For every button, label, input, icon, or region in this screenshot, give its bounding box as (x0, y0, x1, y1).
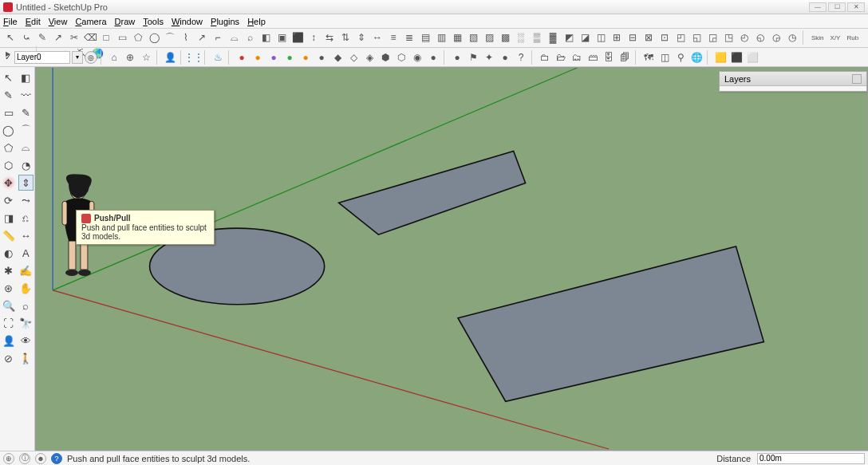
tb2-btn-43[interactable]: ⬛ (729, 50, 744, 65)
3dtext-tool[interactable]: ✍ (18, 262, 34, 278)
tb1-btn-22[interactable]: ⇕ (354, 30, 369, 45)
tape-tool[interactable]: 📏 (1, 227, 17, 243)
polygon2-tool[interactable]: ⬡ (1, 157, 17, 173)
tb1b-btn-0[interactable]: Skin (809, 30, 827, 45)
credits-icon[interactable]: ⓘ (19, 453, 30, 464)
tb1-btn-26[interactable]: ▤ (418, 30, 432, 45)
tb2-btn-27[interactable]: ● (498, 50, 512, 65)
tb1-btn-28[interactable]: ▦ (450, 30, 464, 45)
tb1-btn-1[interactable]: ⤿ (19, 30, 34, 45)
distance-input[interactable] (757, 453, 865, 464)
user-icon[interactable]: ☻ (35, 453, 46, 464)
layers-panel-title[interactable]: Layers (720, 72, 866, 86)
tb2-btn-38[interactable]: ◫ (657, 50, 672, 65)
offset-tool[interactable]: ⎌ (18, 210, 34, 226)
tb1-btn-0[interactable]: ↖ (3, 30, 18, 45)
menu-draw[interactable]: Draw (115, 17, 136, 26)
rectangle-face-2[interactable] (458, 246, 763, 401)
tb1-btn-8[interactable]: ⬠ (131, 30, 145, 45)
tb1-btn-41[interactable]: ⊡ (657, 30, 672, 45)
rotate-tool[interactable]: ⟳ (1, 192, 17, 208)
tb1-btn-36[interactable]: ◪ (578, 30, 592, 45)
circle-tool[interactable]: ◯ (1, 122, 17, 138)
pan-tool[interactable]: ✋ (18, 280, 34, 296)
tb2-btn-32[interactable]: 🗂 (570, 50, 584, 65)
tb1-btn-31[interactable]: ▩ (498, 30, 512, 45)
tb1-btn-32[interactable]: ░ (514, 30, 528, 45)
tb1-btn-18[interactable]: ⬛ (290, 30, 305, 45)
tb2-btn-4[interactable]: 👤 (163, 50, 177, 65)
freehand-tool[interactable]: 〰 (18, 87, 34, 103)
orbit-tool[interactable]: ⊛ (1, 280, 17, 296)
menu-view[interactable]: View (49, 17, 68, 26)
stylus-tool[interactable]: ✎ (18, 104, 34, 120)
tb1-btn-47[interactable]: ◵ (753, 30, 767, 45)
tb2-btn-20[interactable]: ⬡ (394, 50, 408, 65)
layer-visible-check[interactable]: ✓ (3, 53, 13, 62)
help-icon[interactable]: ? (51, 453, 62, 464)
section-tool[interactable]: ⊘ (1, 350, 17, 366)
tb1-btn-6[interactable]: □ (99, 30, 113, 45)
tb2-btn-39[interactable]: ⚲ (673, 50, 688, 65)
tb2-btn-6[interactable]: ⋮⋮ (187, 50, 201, 65)
geo-location-icon[interactable]: ⊕ (3, 453, 14, 464)
menu-file[interactable]: File (3, 17, 18, 26)
tb2-btn-33[interactable]: 🗃 (586, 50, 600, 65)
tb2-btn-22[interactable]: ● (426, 50, 440, 65)
layer-name-input[interactable] (14, 51, 70, 64)
tb1-btn-15[interactable]: ⌕ (243, 30, 257, 45)
tb2-btn-12[interactable]: ● (266, 50, 281, 65)
zoom-extents-tool[interactable]: ⛶ (1, 315, 17, 331)
protractor-tool[interactable]: ◐ (1, 245, 17, 261)
tb1-btn-2[interactable]: ✎ (35, 30, 49, 45)
tb1-btn-30[interactable]: ▨ (482, 30, 496, 45)
tb2-btn-31[interactable]: 🗁 (554, 50, 568, 65)
tb1-btn-45[interactable]: ◳ (721, 30, 736, 45)
menu-camera[interactable]: Camera (75, 17, 106, 26)
tb1-btn-25[interactable]: ≣ (402, 30, 416, 45)
minimize-button[interactable]: — (809, 2, 827, 12)
pushpull-tool[interactable]: ⇕ (18, 175, 34, 191)
dimension-tool[interactable]: ↔ (18, 227, 34, 243)
tb1-btn-21[interactable]: ⇅ (338, 30, 353, 45)
tb1-btn-17[interactable]: ▣ (274, 30, 289, 45)
tb1-btn-5[interactable]: ⌫ (83, 30, 97, 45)
rectangle-tool[interactable]: ▭ (1, 104, 17, 120)
tb1-btn-24[interactable]: ≡ (386, 30, 400, 45)
tb2-btn-42[interactable]: 🟨 (713, 50, 728, 65)
tb1-btn-37[interactable]: ◫ (594, 30, 608, 45)
polygon-tool[interactable]: ⬠ (1, 140, 17, 156)
tb1-btn-27[interactable]: ▥ (434, 30, 448, 45)
tb2-btn-2[interactable]: ☆ (139, 50, 153, 65)
tb1-btn-35[interactable]: ◩ (562, 30, 576, 45)
tb2-btn-16[interactable]: ◆ (330, 50, 345, 65)
rectangle-face-1[interactable] (339, 152, 526, 235)
tb2-btn-0[interactable]: ⌂ (107, 50, 121, 65)
tb1-btn-9[interactable]: ◯ (147, 30, 161, 45)
tb2-btn-21[interactable]: ◉ (410, 50, 424, 65)
tb1-btn-48[interactable]: ◶ (769, 30, 783, 45)
tb1b-btn-1[interactable]: X/Y (828, 30, 843, 45)
line-tool[interactable]: ✎ (1, 87, 17, 103)
tb2-btn-34[interactable]: 🗄 (602, 50, 616, 65)
tb2-btn-28[interactable]: ? (514, 50, 528, 65)
tb1-btn-3[interactable]: ↗ (51, 30, 65, 45)
scale-tool[interactable]: ◨ (1, 210, 17, 226)
tb1-btn-39[interactable]: ⊟ (625, 30, 640, 45)
viewport-canvas[interactable] (36, 68, 867, 450)
look-around-tool[interactable]: 👁 (18, 333, 34, 349)
tb1-btn-14[interactable]: ⌓ (227, 30, 241, 45)
tb2-btn-11[interactable]: ● (251, 50, 265, 65)
close-button[interactable]: ✕ (847, 2, 865, 12)
tb2-btn-25[interactable]: ⚑ (466, 50, 480, 65)
menu-plugins[interactable]: Plugins (211, 17, 239, 26)
tb1-btn-29[interactable]: ▧ (466, 30, 480, 45)
menu-tools[interactable]: Tools (143, 17, 164, 26)
select-tool[interactable]: ↖ (1, 69, 17, 85)
menu-edit[interactable]: Edit (26, 17, 41, 26)
tb2-btn-37[interactable]: 🗺 (641, 50, 656, 65)
maximize-button[interactable]: ☐ (828, 2, 846, 12)
tb2-btn-15[interactable]: ● (314, 50, 329, 65)
followme-tool[interactable]: ⤳ (18, 192, 34, 208)
move-tool[interactable]: ✥ (1, 175, 17, 191)
